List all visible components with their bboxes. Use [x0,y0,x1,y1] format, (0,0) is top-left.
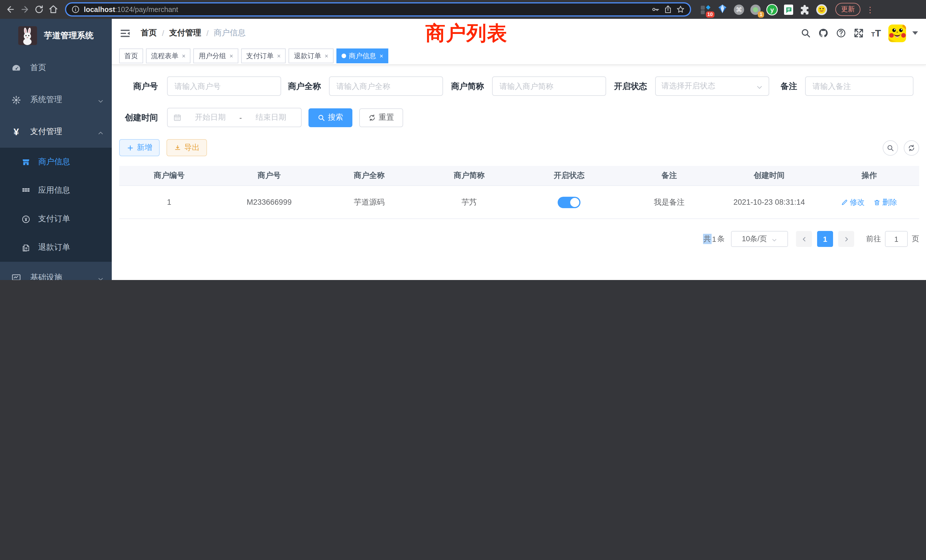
extension-badge: 1 [758,11,764,17]
col-header: 商户号 [219,171,319,181]
extension-y-icon[interactable]: y [766,4,778,15]
breadcrumb-pay[interactable]: 支付管理 [169,28,201,38]
next-page-button[interactable] [838,231,854,247]
tab-merchant-info[interactable]: 商户信息× [336,48,389,63]
password-key-icon[interactable] [651,5,660,14]
extensions-puzzle-icon[interactable] [799,4,811,15]
prev-page-button[interactable] [796,231,812,247]
status-toggle[interactable] [558,197,581,208]
col-header: 备注 [619,171,719,181]
profile-avatar-icon[interactable] [816,4,828,15]
sidebar-item-system[interactable]: 系统管理 [0,84,112,116]
pay-submenu: 商户信息 应用信息 支付订单 退款订单 [0,148,112,262]
extension-badge: 10 [706,11,714,17]
extension-tabs-icon[interactable]: 10 [700,4,712,15]
extension-kite-icon[interactable] [717,4,728,15]
filter-create-time: 创建时间 开始日期 - 结束日期 [119,108,302,127]
status-select[interactable]: 请选择开启状态 [655,76,769,96]
filter-short-name: 商户简称 [451,76,606,96]
toggle-search-button[interactable] [883,140,898,155]
delete-link[interactable]: 删除 [874,197,897,207]
search-icon[interactable] [800,28,811,38]
export-button[interactable]: 导出 [166,139,207,156]
user-avatar[interactable] [888,24,906,42]
avatar-dropdown-caret[interactable] [912,31,918,35]
page-size-select[interactable]: 10条/页 [731,231,788,247]
edit-link[interactable]: 修改 [841,197,865,207]
close-icon[interactable]: × [230,53,233,59]
tab-refund-order[interactable]: 退款订单× [289,48,334,63]
cell-status [519,197,619,208]
add-button[interactable]: 新增 [119,139,160,156]
short-name-input[interactable] [492,76,606,96]
pagination-total: 共1条 [703,234,725,244]
sidebar-item-pay[interactable]: ¥ 支付管理 [0,116,112,148]
extension-recorder-icon[interactable]: 1 [750,4,761,15]
full-name-input[interactable] [329,76,443,96]
extension-command-icon[interactable]: ⌘ [733,4,745,15]
app-logo-row[interactable]: 芋道管理系统 [0,19,112,52]
close-icon[interactable]: × [325,53,328,59]
search-button[interactable]: 搜索 [309,108,353,127]
merchant-table: 商户编号 商户号 商户全称 商户简称 开启状态 备注 创建时间 操作 1 M23… [119,166,919,219]
page-number-1[interactable]: 1 [817,231,833,247]
tab-process-form[interactable]: 流程表单× [146,48,191,63]
site-info-icon[interactable] [71,5,80,14]
tags-view-bar: 首页 流程表单× 用户分组× 支付订单× 退款订单× 商户信息× [112,47,926,65]
calendar-icon [173,114,181,121]
breadcrumb-separator: / [162,29,164,38]
browser-menu-icon[interactable]: ⋮ [865,5,875,14]
cell-remark: 我是备注 [619,197,719,207]
create-time-range-picker[interactable]: 开始日期 - 结束日期 [167,108,302,127]
chevron-down-icon [756,83,763,89]
breadcrumb: 首页 / 支付管理 / 商户信息 [141,28,246,38]
reset-button[interactable]: 重置 [359,108,403,127]
close-icon[interactable]: × [277,53,281,59]
extension-chat-icon[interactable] [783,4,794,15]
back-icon[interactable] [6,5,15,14]
table-toolbar: 新增 导出 [119,139,919,156]
yen-circle-icon [22,215,30,223]
app-title: 芋道管理系统 [44,30,94,41]
breadcrumb-home[interactable]: 首页 [141,28,157,38]
sidebar-menu: 首页 系统管理 ¥ 支付管理 商户信息 [0,52,112,280]
filter-label: 开启状态 [614,81,647,92]
tab-user-group[interactable]: 用户分组× [194,48,238,63]
content: 商户号 商户全称 商户简称 开启状态 [112,65,926,280]
goto-page-input[interactable] [885,231,908,247]
close-icon[interactable]: × [380,53,383,59]
table-row: 1 M233666999 芋道源码 芋艿 我是备注 2021-10-23 08:… [119,186,919,218]
end-date-placeholder: 结束日期 [247,112,296,123]
bookmark-star-icon[interactable] [676,5,685,14]
share-icon[interactable] [664,5,672,14]
tab-home[interactable]: 首页 [119,48,143,63]
browser-update-button[interactable]: 更新 [835,3,861,16]
sidebar-item-merchant-info[interactable]: 商户信息 [0,148,112,176]
home-icon[interactable] [48,5,58,14]
sidebar-collapse-icon[interactable] [120,28,130,38]
cell-id: 1 [119,198,219,206]
refresh-button[interactable] [904,140,919,155]
forward-icon[interactable] [20,5,30,14]
help-icon[interactable] [836,28,846,38]
font-size-icon[interactable]: TT [871,28,881,38]
github-icon[interactable] [818,28,829,38]
chevron-down-icon [97,97,104,103]
close-icon[interactable]: × [182,53,186,59]
sidebar-item-app-info[interactable]: 应用信息 [0,176,112,205]
sidebar-item-infra[interactable]: 基础设施 [0,262,112,280]
sidebar-item-pay-order[interactable]: 支付订单 [0,205,112,233]
sidebar-item-home[interactable]: 首页 [0,52,112,84]
document-copy-icon [22,243,30,252]
col-header: 商户全称 [319,171,419,181]
reload-icon[interactable] [34,5,44,14]
fullscreen-icon[interactable] [853,28,864,38]
remark-input[interactable] [805,76,914,96]
merchant-no-input[interactable] [167,76,281,96]
svg-text:⌘: ⌘ [736,6,742,13]
sidebar-item-refund-order[interactable]: 退款订单 [0,233,112,262]
address-bar[interactable]: localhost:1024/pay/merchant [65,2,691,17]
sidebar: 芋道管理系统 首页 系统管理 ¥ 支付管理 [0,19,112,280]
annotation-title: 商户列表 [425,20,507,47]
tab-pay-order[interactable]: 支付订单× [241,48,286,63]
